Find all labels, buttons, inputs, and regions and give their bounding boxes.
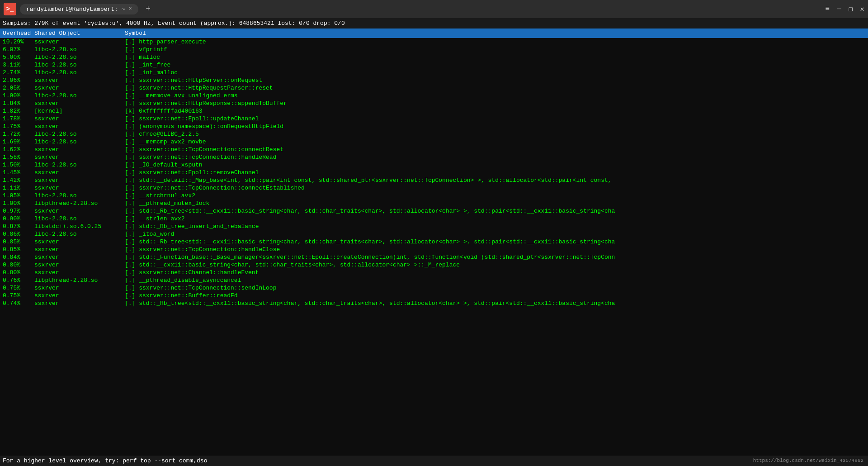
table-row: 1.62%ssxrver[.] ssxrver::net::TcpConnect… — [0, 146, 868, 153]
maximize-button[interactable]: ❐ — [849, 5, 853, 14]
row-overhead: 0.87% — [3, 223, 34, 230]
row-symbol: [.] std::_Function_base::_Base_manager<s… — [125, 254, 865, 261]
header-shared: Shared Object — [34, 30, 125, 37]
row-shared-object: ssxrver — [34, 38, 125, 45]
row-overhead: 10.29% — [3, 38, 34, 45]
table-row: 0.85%ssxrver[.] std::_Rb_tree<std::__cxx… — [0, 238, 868, 246]
table-row: 2.74%libc-2.28.so[.] _int_malloc — [0, 69, 868, 76]
row-shared-object: ssxrver — [34, 85, 125, 91]
row-shared-object: ssxrver — [34, 300, 125, 307]
row-shared-object: ssxrver — [34, 285, 125, 291]
row-symbol: [.] vfprintf — [125, 46, 865, 53]
row-shared-object: [kernel] — [34, 108, 125, 114]
row-shared-object: libc-2.28.so — [34, 69, 125, 76]
minimize-button[interactable]: — — [837, 5, 841, 13]
row-symbol: [.] ssxrver::net::Epoll::updateChannel — [125, 115, 865, 122]
row-symbol: [.] std::_Rb_tree_insert_and_rebalance — [125, 223, 865, 230]
row-shared-object: ssxrver — [34, 254, 125, 261]
table-row: 0.90%libc-2.28.so[.] __strlen_avx2 — [0, 215, 868, 223]
row-shared-object: ssxrver — [34, 123, 125, 130]
table-row: 2.05%ssxrver[.] ssxrver::net::HttpReques… — [0, 84, 868, 92]
row-shared-object: ssxrver — [34, 146, 125, 153]
row-overhead: 2.06% — [3, 77, 34, 84]
row-overhead: 3.11% — [3, 62, 34, 68]
table-row: 0.80%ssxrver[.] std::__cxx11::basic_stri… — [0, 261, 868, 269]
table-row: 1.78%ssxrver[.] ssxrver::net::Epoll::upd… — [0, 115, 868, 123]
row-shared-object: libstdc++.so.6.0.25 — [34, 223, 125, 230]
row-shared-object: libc-2.28.so — [34, 162, 125, 168]
row-overhead: 0.97% — [3, 208, 34, 214]
table-header: Overhead Shared Object Symbol — [0, 29, 868, 38]
table-row: 0.80%ssxrver[.] ssxrver::net::Channel::h… — [0, 269, 868, 276]
row-shared-object: libc-2.28.so — [34, 131, 125, 138]
row-overhead: 6.07% — [3, 46, 34, 53]
table-row: 0.85%ssxrver[.] ssxrver::net::TcpConnect… — [0, 246, 868, 253]
row-shared-object: ssxrver — [34, 262, 125, 268]
row-overhead: 1.00% — [3, 200, 34, 207]
row-overhead: 0.80% — [3, 269, 34, 276]
title-bar: >_ randylambert@RandyLambert: ~ × + ≡ — … — [0, 0, 868, 18]
row-shared-object: ssxrver — [34, 115, 125, 122]
table-row: 1.11%ssxrver[.] ssxrver::net::TcpConnect… — [0, 184, 868, 192]
table-row: 0.75%ssxrver[.] ssxrver::net::Buffer::re… — [0, 292, 868, 300]
row-overhead: 1.58% — [3, 154, 34, 161]
row-overhead: 1.45% — [3, 169, 34, 176]
row-shared-object: ssxrver — [34, 177, 125, 184]
add-tab-button[interactable]: + — [142, 3, 155, 15]
row-shared-object: libpthread-2.28.so — [34, 200, 125, 207]
row-symbol: [.] __strchrnul_avx2 — [125, 192, 865, 199]
row-symbol: [.] std::__detail::_Map_base<int, std::p… — [125, 177, 865, 184]
row-overhead: 0.86% — [3, 231, 34, 238]
row-shared-object: ssxrver — [34, 208, 125, 214]
header-symbol: Symbol — [125, 30, 865, 37]
row-symbol: [.] ssxrver::net::HttpServer::onRequest — [125, 77, 865, 84]
tab-label: randylambert@RandyLambert: ~ — [26, 6, 125, 13]
row-overhead: 1.90% — [3, 92, 34, 99]
row-symbol: [.] ssxrver::net::TcpConnection::sendInL… — [125, 285, 865, 291]
tab-close-icon[interactable]: × — [128, 6, 132, 12]
table-row: 1.42%ssxrver[.] std::__detail::_Map_base… — [0, 176, 868, 184]
table-row: 0.87%libstdc++.so.6.0.25[.] std::_Rb_tre… — [0, 223, 868, 230]
row-overhead: 5.00% — [3, 54, 34, 61]
row-shared-object: libc-2.28.so — [34, 192, 125, 199]
row-symbol: [.] std::_Rb_tree<std::__cxx11::basic_st… — [125, 238, 865, 245]
menu-icon[interactable]: ≡ — [826, 5, 830, 13]
row-overhead: 1.84% — [3, 100, 34, 107]
row-shared-object: libc-2.28.so — [34, 92, 125, 99]
row-symbol: [.] (anonymous namespace)::onRequestHttp… — [125, 123, 865, 130]
table-row: 1.69%libc-2.28.so[.] __memcmp_avx2_movbe — [0, 138, 868, 146]
table-row: 0.74%ssxrver[.] std::_Rb_tree<std::__cxx… — [0, 300, 868, 307]
row-shared-object: libc-2.28.so — [34, 231, 125, 238]
row-shared-object: ssxrver — [34, 169, 125, 176]
row-symbol: [.] __pthread_mutex_lock — [125, 200, 865, 207]
row-shared-object: libpthread-2.28.so — [34, 277, 125, 284]
row-symbol: [.] _itoa_word — [125, 231, 865, 238]
row-overhead: 1.82% — [3, 108, 34, 114]
close-button[interactable]: ✕ — [860, 5, 864, 14]
table-row: 1.50%libc-2.28.so[.] _IO_default_xsputn — [0, 161, 868, 169]
table-row: 1.00%libpthread-2.28.so[.] __pthread_mut… — [0, 200, 868, 207]
row-symbol: [.] cfree@GLIBC_2.2.5 — [125, 131, 865, 138]
row-shared-object: ssxrver — [34, 77, 125, 84]
terminal-tab[interactable]: randylambert@RandyLambert: ~ × — [20, 4, 138, 14]
terminal-icon: >_ — [4, 3, 16, 15]
row-overhead: 0.80% — [3, 262, 34, 268]
table-row: 1.75%ssxrver[.] (anonymous namespace)::o… — [0, 123, 868, 130]
window-controls: ≡ — ❐ ✕ — [826, 5, 865, 14]
row-overhead: 0.76% — [3, 277, 34, 284]
row-overhead: 1.75% — [3, 123, 34, 130]
row-shared-object: ssxrver — [34, 154, 125, 161]
row-shared-object: libc-2.28.so — [34, 215, 125, 222]
row-symbol: [k] 0xffffffffad400163 — [125, 108, 865, 114]
row-shared-object: ssxrver — [34, 246, 125, 253]
row-shared-object: ssxrver — [34, 238, 125, 245]
data-rows: 10.29%ssxrver[.] http_parser_execute6.07… — [0, 38, 868, 456]
row-symbol: [.] ssxrver::net::Buffer::readFd — [125, 292, 865, 299]
row-symbol: [.] std::_Rb_tree<std::__cxx11::basic_st… — [125, 208, 865, 214]
table-row: 1.90%libc-2.28.so[.] __memmove_avx_unali… — [0, 92, 868, 100]
row-shared-object: libc-2.28.so — [34, 62, 125, 68]
row-symbol: [.] ssxrver::net::TcpConnection::handleR… — [125, 154, 865, 161]
row-overhead: 1.50% — [3, 162, 34, 168]
row-symbol: [.] std::__cxx11::basic_string<char, std… — [125, 262, 865, 268]
row-overhead: 0.74% — [3, 300, 34, 307]
